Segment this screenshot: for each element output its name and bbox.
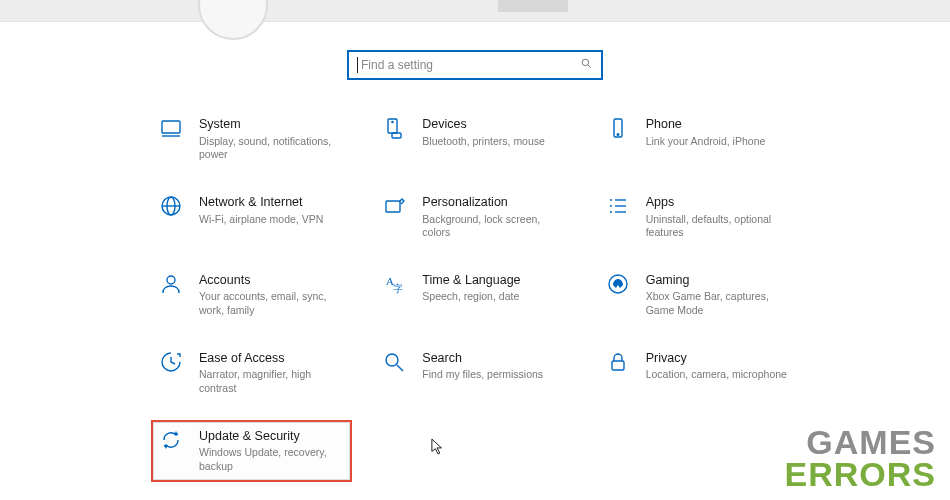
tile-update-security[interactable]: Update & Security Windows Update, recove… <box>151 420 352 482</box>
system-icon <box>157 116 185 144</box>
tile-desc: Speech, region, date <box>422 290 520 304</box>
tile-title: System <box>199 117 346 133</box>
tile-phone[interactable]: Phone Link your Android, iPhone <box>602 114 795 164</box>
svg-rect-12 <box>386 201 400 212</box>
tile-title: Update & Security <box>199 429 346 445</box>
search-placeholder: Find a setting <box>361 58 580 72</box>
tile-desc: Xbox Game Bar, captures, Game Mode <box>646 290 793 317</box>
tile-title: Devices <box>422 117 545 133</box>
tile-apps[interactable]: Apps Uninstall, defaults, optional featu… <box>602 192 795 242</box>
tile-title: Personalization <box>422 195 569 211</box>
watermark-line2: ERRORS <box>785 459 936 490</box>
phone-icon <box>604 116 632 144</box>
svg-text:字: 字 <box>393 283 403 294</box>
tile-desc: Your accounts, email, sync, work, family <box>199 290 346 317</box>
svg-point-6 <box>392 121 393 122</box>
watermark-line1: GAMES <box>785 427 936 458</box>
tile-desc: Narrator, magnifier, high contrast <box>199 368 346 395</box>
svg-point-19 <box>167 276 175 284</box>
apps-icon <box>604 194 632 222</box>
svg-point-0 <box>582 59 589 65</box>
gaming-icon <box>604 272 632 300</box>
tile-desc: Uninstall, defaults, optional features <box>646 213 793 240</box>
tile-desc: Bluetooth, printers, mouse <box>422 135 545 149</box>
tile-title: Accounts <box>199 273 346 289</box>
tile-ease-of-access[interactable]: Ease of Access Narrator, magnifier, high… <box>155 348 348 398</box>
devices-icon <box>380 116 408 144</box>
header-button-placeholder <box>498 0 568 12</box>
tile-title: Phone <box>646 117 766 133</box>
personalization-icon <box>380 194 408 222</box>
tile-desc: Display, sound, notifications, power <box>199 135 346 162</box>
tile-title: Ease of Access <box>199 351 346 367</box>
tile-personalization[interactable]: Personalization Background, lock screen,… <box>378 192 571 242</box>
tile-title: Network & Internet <box>199 195 323 211</box>
tile-network[interactable]: Network & Internet Wi-Fi, airplane mode,… <box>155 192 348 242</box>
svg-point-24 <box>386 354 398 366</box>
network-icon <box>157 194 185 222</box>
update-security-icon <box>157 428 185 456</box>
time-language-icon: A字 <box>380 272 408 300</box>
search-icon <box>580 57 593 73</box>
tile-search[interactable]: Search Find my files, permissions <box>378 348 571 398</box>
svg-rect-26 <box>612 361 624 370</box>
tile-desc: Windows Update, recovery, backup <box>199 446 346 473</box>
tile-gaming[interactable]: Gaming Xbox Game Bar, captures, Game Mod… <box>602 270 795 320</box>
avatar-placeholder <box>198 0 268 40</box>
tile-desc: Link your Android, iPhone <box>646 135 766 149</box>
text-caret <box>357 57 358 73</box>
accounts-icon <box>157 272 185 300</box>
tile-accounts[interactable]: Accounts Your accounts, email, sync, wor… <box>155 270 348 320</box>
tile-title: Privacy <box>646 351 787 367</box>
ease-of-access-icon <box>157 350 185 378</box>
tile-title: Search <box>422 351 543 367</box>
tile-desc: Wi-Fi, airplane mode, VPN <box>199 213 323 227</box>
tile-title: Time & Language <box>422 273 520 289</box>
tile-title: Apps <box>646 195 793 211</box>
tile-devices[interactable]: Devices Bluetooth, printers, mouse <box>378 114 571 164</box>
svg-line-25 <box>397 365 403 371</box>
search-input[interactable]: Find a setting <box>347 50 603 80</box>
svg-point-8 <box>617 134 619 136</box>
tile-desc: Location, camera, microphone <box>646 368 787 382</box>
tile-desc: Find my files, permissions <box>422 368 543 382</box>
tile-privacy[interactable]: Privacy Location, camera, microphone <box>602 348 795 398</box>
privacy-icon <box>604 350 632 378</box>
tile-system[interactable]: System Display, sound, notifications, po… <box>155 114 348 164</box>
tile-desc: Background, lock screen, colors <box>422 213 569 240</box>
top-header-bar <box>0 0 950 22</box>
svg-rect-2 <box>162 121 180 133</box>
tile-title: Gaming <box>646 273 793 289</box>
svg-rect-5 <box>392 133 401 138</box>
search-tile-icon <box>380 350 408 378</box>
tile-time-language[interactable]: A字 Time & Language Speech, region, date <box>378 270 571 320</box>
svg-line-1 <box>588 65 591 68</box>
mouse-cursor-icon <box>431 438 445 456</box>
settings-grid: System Display, sound, notifications, po… <box>155 114 795 476</box>
watermark-logo: GAMES ERRORS <box>785 427 936 490</box>
